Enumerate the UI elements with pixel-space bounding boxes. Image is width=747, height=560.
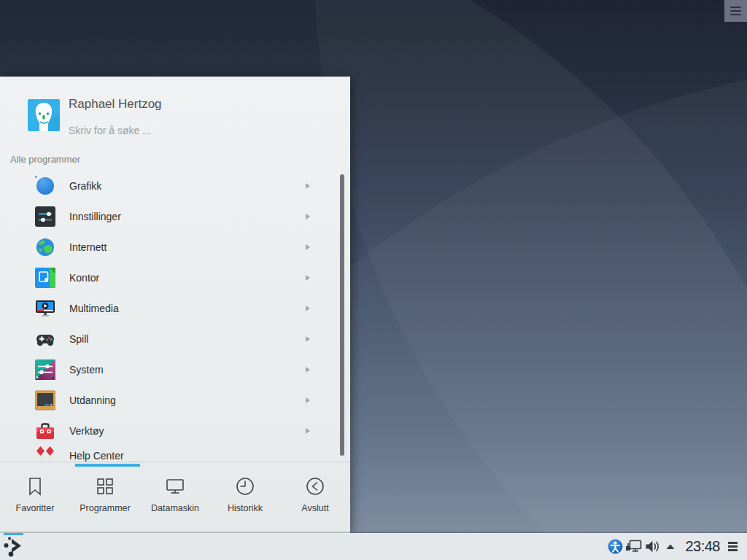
category-row-grafikk[interactable]: Grafikk [0, 171, 350, 201]
category-row-system[interactable]: System [0, 354, 350, 385]
submenu-arrow-icon [306, 275, 310, 281]
application-launcher-button[interactable] [1, 533, 29, 560]
category-row-spill[interactable]: Spill [0, 324, 350, 354]
toolbox-icon [35, 421, 55, 441]
user-face-icon [28, 99, 60, 131]
category-row-multimedia[interactable]: Multimedia [0, 293, 350, 324]
office-document-icon [35, 268, 55, 288]
expand-caret-icon[interactable] [662, 544, 678, 550]
category-label: Verktøy [69, 425, 104, 437]
system-tray: 23:48 [606, 533, 738, 560]
submenu-arrow-icon [306, 397, 310, 403]
tab-label: Datamaskin [151, 503, 199, 513]
desktop: Raphael Hertzog Skriv for å søke ... All… [0, 0, 747, 560]
tabbar: Favoritter Programmer Datamaskin [0, 467, 350, 533]
computer-icon [163, 474, 187, 499]
submenu-arrow-icon [306, 336, 310, 342]
clock-icon [233, 474, 258, 499]
tab-programmer[interactable]: Programmer [70, 467, 140, 533]
hamburger-icon [730, 7, 741, 9]
submenu-arrow-icon [306, 306, 310, 311]
category-row-innstillinger[interactable]: Innstillinger [0, 201, 350, 232]
submenu-arrow-icon [306, 367, 310, 373]
panel-hamburger-icon[interactable] [728, 542, 738, 551]
section-label: Alle programmer [10, 154, 80, 165]
hamburger-icon [730, 14, 741, 16]
category-label: System [69, 364, 104, 376]
settings-sliders-icon [35, 206, 55, 227]
app-grid-icon [93, 474, 117, 499]
category-row-kontor[interactable]: Kontor [0, 262, 350, 293]
active-tab-indicator [75, 464, 140, 467]
launcher-icon [1, 533, 26, 558]
category-row-utdanning[interactable]: Utdanning [0, 385, 350, 416]
category-label: Help Center [69, 450, 124, 462]
blackboard-icon [35, 390, 55, 411]
globe-icon [35, 237, 55, 257]
user-name: Raphael Hertzog [69, 97, 162, 112]
application-launcher-menu: Raphael Hertzog Skriv for å søke ... All… [0, 77, 350, 533]
submenu-arrow-icon [306, 214, 310, 219]
category-row-help-center[interactable]: Help Center [0, 440, 350, 462]
category-label: Kontor [69, 272, 99, 284]
tab-label: Programmer [80, 503, 130, 513]
submenu-arrow-icon [306, 244, 310, 250]
category-label: Multimedia [69, 303, 119, 314]
category-list: Grafikk Innstillinger [0, 171, 350, 462]
tabbar-divider [0, 462, 350, 462]
category-label: Internett [69, 241, 107, 253]
avatar[interactable] [28, 99, 60, 131]
tab-label: Favoritter [16, 503, 55, 513]
leave-icon [303, 474, 328, 499]
category-label: Grafikk [69, 180, 101, 192]
tab-label: Avslutt [301, 503, 328, 513]
category-label: Utdanning [69, 394, 116, 406]
tab-avslutt[interactable]: Avslutt [280, 467, 350, 533]
gamepad-icon [35, 329, 55, 349]
wallpaper-arc [314, 0, 747, 560]
tab-datamaskin[interactable]: Datamaskin [140, 467, 210, 533]
hamburger-icon [730, 10, 741, 12]
taskbar-panel: 23:48 [0, 533, 747, 560]
digital-clock[interactable]: 23:48 [685, 538, 720, 555]
bookmark-icon [23, 474, 47, 499]
desktop-toolbox-button[interactable] [724, 0, 747, 22]
category-label: Innstillinger [69, 211, 121, 222]
search-input[interactable]: Skriv for å søke ... [69, 125, 151, 136]
tab-favoritter[interactable]: Favoritter [0, 467, 70, 533]
network-icon[interactable] [624, 540, 643, 553]
graphics-sphere-icon [35, 176, 55, 196]
system-sliders-icon [35, 359, 55, 380]
tab-historikk[interactable]: Historikk [210, 467, 280, 533]
scrollbar[interactable] [340, 174, 344, 456]
submenu-arrow-icon [306, 183, 310, 189]
multimedia-monitor-icon [35, 298, 55, 319]
tab-label: Historikk [228, 503, 263, 513]
submenu-arrow-icon [306, 428, 310, 434]
help-hands-icon [35, 446, 55, 462]
accessibility-icon[interactable] [606, 539, 624, 554]
category-label: Spill [69, 333, 88, 345]
volume-icon[interactable] [643, 540, 662, 553]
category-row-internett[interactable]: Internett [0, 232, 350, 262]
